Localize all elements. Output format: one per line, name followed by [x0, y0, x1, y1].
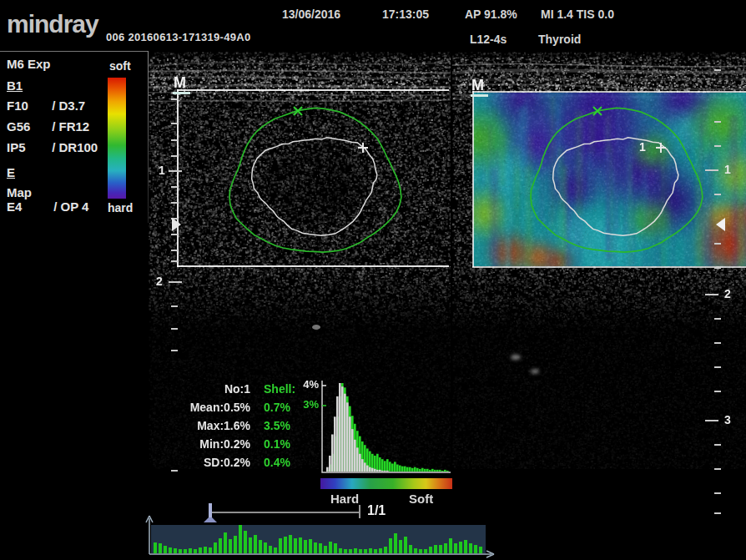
ruler-tick	[171, 260, 178, 262]
stats-row: SD:0.2%0.4%	[165, 453, 295, 472]
ruler-tick	[171, 234, 178, 235]
ruler-tick	[171, 98, 178, 100]
ruler-tick	[714, 121, 721, 123]
trace-number-label: 1	[639, 140, 646, 154]
stats-row: Max:1.6%3.5%	[165, 416, 295, 435]
histogram-tick-4pct: 4%	[299, 378, 319, 391]
focus-marker-right	[716, 218, 725, 231]
ruler-tick	[714, 391, 721, 392]
right-ruler-label-3: 3	[724, 413, 731, 426]
ruler-tick	[171, 155, 178, 157]
orientation-marker-left: M	[174, 74, 186, 92]
right-ruler-label-2: 2	[724, 287, 731, 300]
scale-hard-label: Hard	[330, 492, 359, 506]
ultrasound-screen: mindray 006 20160613-171319-49A0 13/06/2…	[0, 0, 746, 560]
ruler-tick	[714, 267, 721, 269]
stats-row: Mean:0.5%0.7%	[165, 398, 295, 416]
ruler-tick	[171, 305, 178, 307]
ruler-tick	[714, 366, 721, 368]
ruler-tick	[171, 139, 178, 141]
orientation-marker-underline	[173, 92, 190, 94]
ruler-tick	[705, 420, 718, 421]
cine-timeline-bar[interactable]	[144, 513, 496, 558]
ruler-tick	[714, 69, 721, 71]
ruler-tick	[714, 194, 721, 195]
ruler-tick	[705, 169, 718, 171]
strain-scale-gradient	[320, 478, 452, 489]
ruler-tick	[171, 186, 178, 188]
ruler-tick	[171, 250, 178, 251]
ruler-tick	[171, 328, 178, 330]
strain-stats-table: No:1Shell: Mean:0.5%0.7% Max:1.6%3.5% Mi…	[165, 380, 295, 472]
stats-row: Min:0.2%0.1%	[165, 435, 295, 453]
ruler-tick	[705, 294, 718, 295]
trace-overlay	[0, 0, 746, 560]
orientation-marker-right: M	[471, 77, 484, 94]
measurement-trace	[252, 138, 377, 236]
right-ruler-label-1: 1	[724, 163, 731, 176]
ruler-tick	[714, 444, 721, 446]
ruler-tick	[714, 318, 721, 320]
ruler-tick	[714, 468, 721, 470]
ruler-tick	[714, 243, 721, 245]
ruler-tick	[171, 350, 178, 351]
left-ruler-label-2: 2	[156, 275, 163, 288]
stats-row: No:1Shell:	[165, 380, 295, 398]
left-ruler-label-1: 1	[159, 164, 165, 177]
focus-marker-left	[172, 218, 181, 231]
ruler-tick	[169, 281, 182, 283]
trace-caliper-marker	[656, 143, 666, 153]
orientation-marker-underline	[471, 94, 488, 97]
ruler-tick	[714, 512, 721, 514]
ruler-tick	[171, 123, 178, 124]
histogram-tick-3pct: 3%	[299, 398, 319, 411]
scale-soft-label: Soft	[409, 492, 433, 506]
ruler-tick	[714, 145, 721, 147]
measurement-trace	[553, 138, 678, 236]
ruler-tick	[171, 202, 178, 204]
ruler-tick	[169, 170, 182, 172]
ruler-tick	[714, 342, 721, 344]
strain-histogram	[319, 377, 452, 476]
ruler-tick	[714, 492, 721, 494]
